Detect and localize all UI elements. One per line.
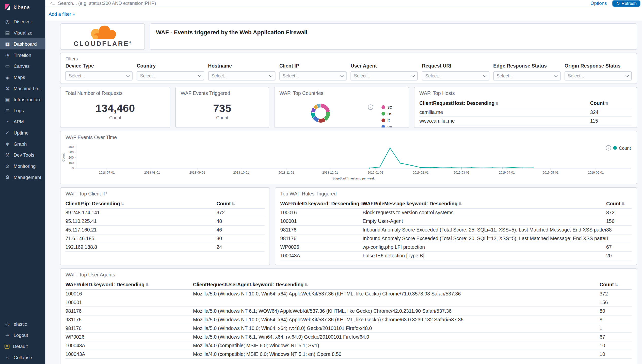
table-cell [193,298,600,307]
sidebar-item-elastic[interactable]: ◎elastic [0,318,45,329]
discover-icon: ◎ [5,19,10,24]
sidebar-item-label: Dev Tools [13,152,34,157]
panel-top-countries: WAF: Top Countries » scusitvn [274,87,409,128]
filter-select-device-type[interactable]: Select... [66,71,133,80]
sidebar-item-machine-learning[interactable]: ⊛Machine Le... [0,83,45,94]
table-row: 100001156 [66,298,632,307]
table-cell: 100043A [280,252,363,260]
sidebar-footer: ◎elastic⇥LogoutDDefault«Collapse [0,318,45,364]
filter-select-request-uri[interactable]: Select... [422,71,489,80]
graph-icon: ∗ [5,141,10,146]
sidebar-item-monitoring[interactable]: ⊙Monitoring [0,160,45,172]
sort-icon: ⇅ [232,202,235,206]
table-cell: 67 [606,243,632,252]
sort-icon: ⇅ [145,283,149,287]
sidebar-item-label: elastic [13,321,27,326]
legend-expand-icon[interactable]: › [606,145,611,151]
column-header-clientrequestuseragent-keyword[interactable]: ClientRequestUserAgent.keyword: Descendi… [193,280,600,289]
panel-top-hosts: WAF: Top Hosts ClientRequestHost: Descen… [414,87,637,128]
filter-label: Request URI [422,63,489,69]
table-cell: Empty User-Agent [363,217,606,226]
sidebar-item-default[interactable]: DDefault [0,341,45,352]
column-header-count[interactable]: Count⇅ [216,199,265,208]
sidebar-item-canvas[interactable]: ▭Canvas [0,60,45,72]
legend-item-it[interactable]: it [382,118,392,122]
column-header-clientrequesthost[interactable]: ClientRequestHost: Descending⇅ [419,99,590,108]
sidebar-item-discover[interactable]: ◎Discover [0,16,45,27]
table-cell: Mozilla/5.0 (Windows NT 10.0; Win64; x64… [193,289,600,298]
table-row: 981176Inbound Anomaly Score Exceeded (To… [280,234,632,243]
column-header-wafruleid-keyword[interactable]: WAFRuleID.keyword: Descending⇅ [280,199,363,208]
sidebar-item-dashboard[interactable]: ▦Dashboard [0,38,45,49]
monitoring-icon: ⊙ [5,163,10,168]
column-header-count[interactable]: Count⇅ [600,280,632,289]
legend-item-sc[interactable]: sc [382,105,392,109]
sidebar-item-logout[interactable]: ⇥Logout [0,329,45,341]
filter-select-hostname[interactable]: Select... [208,71,275,80]
table-cell: Block requests to version control system… [363,208,606,217]
sort-icon: ⇅ [621,202,625,206]
sidebar-item-infrastructure[interactable]: ▣Infrastructure [0,94,45,105]
select-placeholder: Select... [140,73,156,78]
sidebar-item-collapse[interactable]: «Collapse [0,352,45,363]
column-header-count[interactable]: Count⇅ [590,99,632,108]
legend-expand-icon[interactable]: » [368,105,373,110]
table-cell: 100001 [280,217,363,226]
sidebar-item-graph[interactable]: ∗Graph [0,138,45,149]
countries-legend: scusitvn [382,105,392,128]
table-cell: Mozilla/5.0 (Windows NT 6.1; Win64; x64;… [193,333,600,341]
filter-select-user-agent[interactable]: Select... [351,71,418,80]
sidebar-item-label: Graph [13,141,27,146]
table-row: 100016Block requests to version control … [280,208,632,217]
svg-text:0: 0 [72,167,74,170]
cloudflare-wordmark: CLOUDFLARE® [74,40,132,48]
options-button[interactable]: Options [590,1,607,6]
legend-item-us[interactable]: us [382,111,392,116]
svg-text:2019-04-01: 2019-04-01 [499,171,515,174]
filter-select-client-ip[interactable]: Select... [279,71,347,80]
column-header-clientip-ip[interactable]: ClientIP.ip: Descending⇅ [66,199,217,208]
panel-top-rules: Top WAF Rules Triggered WAFRuleID.keywor… [275,187,637,265]
filter-label: Edge Response Status [493,63,560,69]
filter-field-origin-response-status: Origin Response StatusSelect... [565,63,632,80]
sidebar-item-apm[interactable]: ◔APM [0,116,45,127]
svg-text:2019-05-01: 2019-05-01 [543,171,558,174]
filter-select-country[interactable]: Select... [137,71,204,80]
table-cell: WP0026 [280,243,363,252]
column-header-wafrulemessage-keyword[interactable]: WAFRuleMessage.keyword: Descending⇅ [363,199,606,208]
filter-select-origin-response-status[interactable]: Select... [565,71,632,80]
events-legend-dot [613,146,617,150]
filter-select-edge-response-status[interactable]: Select... [493,71,560,80]
column-header-count[interactable]: Count⇅ [606,199,632,208]
registered-mark: ® [129,41,131,44]
svg-text:EdgeStartTimestamp per week: EdgeStartTimestamp per week [332,177,375,180]
events-legend-label[interactable]: Count [619,145,631,150]
plus-icon: + [73,11,75,16]
top-hosts-table: ClientRequestHost: Descending⇅Count⇅cami… [414,98,637,126]
default-icon: D [5,344,9,349]
add-filter-button[interactable]: Add a filter + [49,11,75,16]
table-row: 71.6.146.18530 [66,234,265,243]
countries-donut[interactable] [311,104,330,123]
sidebar-item-timelion[interactable]: ◷Timelion [0,49,45,60]
logs-icon: ≣ [5,108,10,113]
kibana-home-link[interactable]: kibana [0,0,45,14]
search-input[interactable] [58,1,587,6]
select-placeholder: Select... [496,73,513,78]
chevron-down-icon [340,73,344,77]
sidebar-item-management[interactable]: ⚙Management [0,172,45,183]
sidebar-item-visualize[interactable]: ▤Visualize [0,27,45,38]
legend-item-vn[interactable]: vn [382,124,392,128]
sidebar-item-label: Logs [13,108,24,113]
sidebar-item-label: Uptime [13,130,28,135]
dashboard-icon: ▦ [5,41,10,46]
sidebar-item-uptime[interactable]: ✓Uptime [0,127,45,138]
column-header-wafruleid-keyword[interactable]: WAFRuleID.keyword: Descending⇅ [66,280,193,289]
sidebar-item-logs[interactable]: ≣Logs [0,105,45,116]
refresh-button[interactable]: ↻ Refresh [613,0,640,6]
main-area: >_ Options ↻ Refresh Add a filter + [45,0,642,364]
table-cell: Inbound Anomaly Score Exceeded (Total Sc… [363,226,606,234]
sidebar-item-maps[interactable]: ◈Maps [0,72,45,83]
sidebar-item-dev-tools[interactable]: ⚒Dev Tools [0,149,45,160]
top-rules-table: WAFRuleID.keyword: Descending⇅WAFRuleMes… [275,198,637,260]
